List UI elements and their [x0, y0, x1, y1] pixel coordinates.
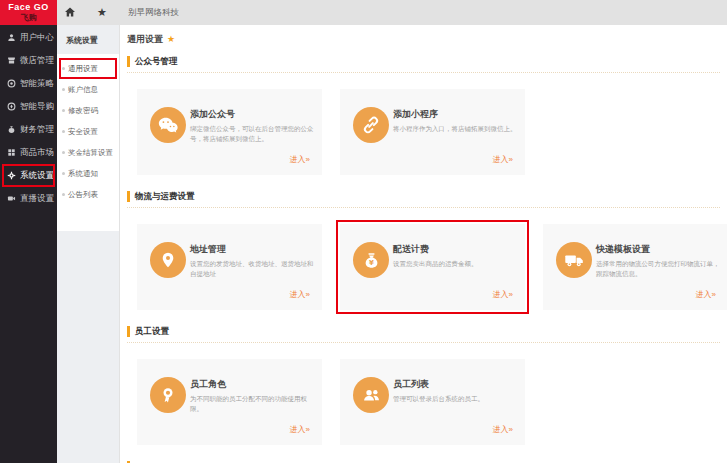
- card-description: 设置您的发货地址、收货地址、退货地址和自提地址: [190, 259, 316, 279]
- card-title: 地址管理: [190, 243, 226, 256]
- card-title: 添加小程序: [393, 108, 438, 121]
- section-title: 公众号管理: [135, 56, 178, 68]
- card-address-manage[interactable]: 地址管理设置您的发货地址、收货地址、退货地址和自提地址进入»: [137, 224, 322, 310]
- sidebar-item-label: 系统设置: [20, 170, 54, 182]
- sidebar-item-label: 用户中心: [20, 32, 54, 44]
- bullet-icon: [62, 67, 65, 70]
- star-icon: ★: [97, 6, 107, 19]
- sidebar-item-system-settings[interactable]: 系统设置: [0, 164, 57, 187]
- card-title: 快递模板设置: [596, 243, 650, 256]
- sidebar-item-smart-strategy[interactable]: 智能策略: [0, 72, 57, 95]
- card-express-template[interactable]: 快递模板设置选择常用的物流公司方便您打印物流订单，跟踪物流信息。进入»: [543, 224, 727, 310]
- sidebar-item-label: 商品市场: [20, 147, 54, 159]
- logo[interactable]: Face GO 飞购: [0, 0, 57, 25]
- bullet-icon: [62, 193, 65, 196]
- section-header-0: 公众号管理: [127, 56, 720, 73]
- home-button[interactable]: [56, 0, 84, 25]
- submenu-item-label: 通用设置: [68, 64, 98, 74]
- star-icon: ★: [167, 34, 175, 44]
- medal-icon: [150, 377, 186, 413]
- card-description: 绑定微信公众号，可以在后台管理您的公众号，将店铺拓展到微信上。: [190, 124, 316, 144]
- strategy-icon: [6, 79, 16, 89]
- logo-text-cn: 飞购: [0, 13, 57, 22]
- submenu-item-label: 修改密码: [68, 106, 98, 116]
- sidebar-item-smart-guide[interactable]: 智能导购: [0, 95, 57, 118]
- card-row: 添加公众号绑定微信公众号，可以在后台管理您的公众号，将店铺拓展到微信上。进入»添…: [137, 89, 720, 175]
- card-staff-list[interactable]: 员工列表管理可以登录后台系统的员工。进入»: [340, 359, 525, 445]
- people-icon: [353, 377, 389, 413]
- sidebar-item-finance-manage[interactable]: 财务管理: [0, 118, 57, 141]
- wechat-icon: [150, 107, 186, 143]
- submenu-item-general-settings[interactable]: 通用设置: [57, 58, 119, 79]
- submenu-item-label: 奖金结算设置: [68, 148, 113, 158]
- sidebar-item-goods-market[interactable]: 商品市场: [0, 141, 57, 164]
- sidebar-item-live-settings[interactable]: 直播设置: [0, 187, 57, 210]
- card-description: 选择常用的物流公司方便您打印物流订单，跟踪物流信息。: [596, 259, 722, 279]
- card-add-official-account[interactable]: 添加公众号绑定微信公众号，可以在后台管理您的公众号，将店铺拓展到微信上。进入»: [137, 89, 322, 175]
- main-sidebar: 用户中心微店管理智能策略智能导购财务管理商品市场系统设置直播设置: [0, 25, 57, 463]
- enter-link[interactable]: 进入»: [493, 154, 513, 165]
- card-delivery-billing[interactable]: ¥配送计费设置您卖出商品的运费金额。进入»: [340, 224, 525, 310]
- card-row: 地址管理设置您的发货地址、收货地址、退货地址和自提地址进入»¥配送计费设置您卖出…: [137, 224, 720, 310]
- enter-link[interactable]: 进入»: [290, 154, 310, 165]
- admin-page: { "logo": { "line1": "Face GO", "line2":…: [0, 0, 727, 463]
- bullet-icon: [62, 172, 65, 175]
- svg-text:¥: ¥: [369, 259, 374, 267]
- card-description: 管理可以登录后台系统的员工。: [393, 394, 519, 404]
- page-title-text: 通用设置: [127, 33, 163, 46]
- submenu-item-label: 公告列表: [68, 190, 98, 200]
- guide-icon: [6, 102, 16, 112]
- market-icon: [6, 148, 16, 158]
- settings-submenu: 系统设置 通用设置账户信息修改密码安全设置奖金结算设置系统通知公告列表: [57, 25, 120, 463]
- card-title: 员工列表: [393, 378, 429, 391]
- section-title: 物流与运费设置: [135, 191, 195, 203]
- top-bar: Face GO 飞购 ★ 别早网络科技: [0, 0, 727, 25]
- card-description: 设置您卖出商品的运费金额。: [393, 259, 519, 269]
- favorite-button[interactable]: ★: [88, 0, 116, 25]
- card-add-mini-program[interactable]: 添加小程序将小程序作为入口，将店铺拓展到微信上。进入»: [340, 89, 525, 175]
- gear-icon: [6, 171, 16, 181]
- finance-icon: [6, 125, 16, 135]
- pin-icon: [150, 242, 186, 278]
- home-icon: [64, 4, 76, 22]
- enter-link[interactable]: 进入»: [493, 424, 513, 435]
- truck-icon: [556, 242, 592, 278]
- submenu-item-account-info[interactable]: 账户信息: [57, 79, 119, 100]
- page-title: 通用设置 ★: [127, 32, 720, 46]
- sidebar-item-label: 直播设置: [20, 193, 54, 205]
- card-title: 员工角色: [190, 378, 226, 391]
- enter-link[interactable]: 进入»: [696, 289, 716, 300]
- live-icon: [6, 194, 16, 204]
- main-content: 通用设置 ★ 公众号管理添加公众号绑定微信公众号，可以在后台管理您的公众号，将店…: [120, 25, 727, 463]
- submenu-item-label: 安全设置: [68, 127, 98, 137]
- card-title: 添加公众号: [190, 108, 235, 121]
- enter-link[interactable]: 进入»: [493, 289, 513, 300]
- submenu-panel: 通用设置账户信息修改密码安全设置奖金结算设置系统通知公告列表: [57, 54, 119, 231]
- bullet-icon: [62, 151, 65, 154]
- moneybag-icon: ¥: [353, 242, 389, 278]
- enter-link[interactable]: 进入»: [290, 424, 310, 435]
- section-accent-bar: [127, 326, 130, 337]
- submenu-item-security-settings[interactable]: 安全设置: [57, 121, 119, 142]
- submenu-item-change-password[interactable]: 修改密码: [57, 100, 119, 121]
- sidebar-item-label: 财务管理: [20, 124, 54, 136]
- user-icon: [6, 33, 16, 43]
- section-header-1: 物流与运费设置: [127, 191, 720, 208]
- card-description: 为不同职能的员工分配不同的功能使用权限。: [190, 394, 316, 414]
- enter-link[interactable]: 进入»: [290, 289, 310, 300]
- section-accent-bar: [127, 56, 130, 67]
- sidebar-item-label: 智能策略: [20, 78, 54, 90]
- sidebar-item-label: 微店管理: [20, 55, 54, 67]
- card-row: 员工角色为不同职能的员工分配不同的功能使用权限。进入»员工列表管理可以登录后台系…: [137, 359, 720, 445]
- card-description: 将小程序作为入口，将店铺拓展到微信上。: [393, 124, 519, 134]
- submenu-item-system-notice[interactable]: 系统通知: [57, 163, 119, 184]
- sidebar-item-user-center[interactable]: 用户中心: [0, 26, 57, 49]
- card-staff-role[interactable]: 员工角色为不同职能的员工分配不同的功能使用权限。进入»: [137, 359, 322, 445]
- sidebar-item-shop-manage[interactable]: 微店管理: [0, 49, 57, 72]
- submenu-item-announcement-list[interactable]: 公告列表: [57, 184, 119, 205]
- card-title: 配送计费: [393, 243, 429, 256]
- section-accent-bar: [127, 191, 130, 202]
- submenu-item-label: 账户信息: [68, 85, 98, 95]
- submenu-item-bonus-settlement[interactable]: 奖金结算设置: [57, 142, 119, 163]
- submenu-header: 系统设置: [57, 25, 119, 54]
